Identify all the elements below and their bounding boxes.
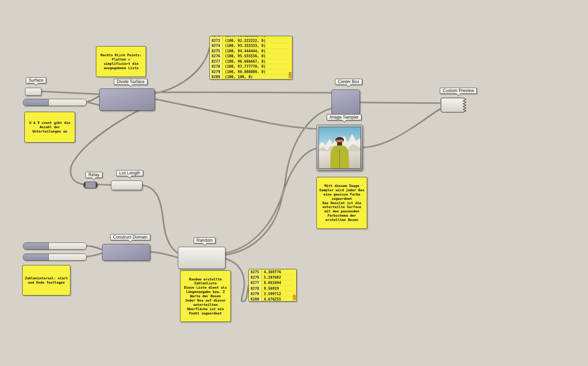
photo-person-goggles (336, 140, 343, 142)
panel-row: 8278 9.56919 (249, 286, 293, 291)
panel-row: 8276 5.287682 (249, 275, 293, 280)
row-value: 5.287682 (262, 275, 281, 279)
row-index: 8280 (249, 297, 262, 302)
relay-label: Relay (86, 172, 102, 178)
panel-scrollbar-thumb[interactable] (293, 295, 296, 300)
row-index: 8277 (210, 59, 223, 64)
row-index: 8277 (249, 280, 262, 285)
panel-row: 8279 (100, 98.888889, 0) (210, 69, 289, 75)
row-value: (100, 97.777778, 0) (223, 64, 266, 68)
values-rows: 8275 4.369776 8276 5.287682 8277 8.66169… (249, 269, 293, 302)
slider-grip[interactable] (23, 243, 49, 249)
photo-person-facemask (337, 142, 342, 145)
panel-row: 8275 4.369776 (249, 269, 293, 275)
row-value: 2.599712 (262, 292, 281, 296)
slider-track[interactable] (49, 243, 86, 249)
panel-row: 8275 (100, 94.444444, 0) (210, 49, 289, 54)
surface-label: Surface (26, 77, 46, 83)
row-index: 8279 (249, 291, 262, 296)
row-index: 8275 (210, 49, 223, 54)
row-index: 8274 (210, 43, 223, 48)
uv-count-slider[interactable] (23, 99, 87, 106)
row-value: 8.661694 (262, 281, 281, 285)
relay-component[interactable] (83, 182, 98, 188)
row-value: (100, 95.555556, 0) (223, 54, 266, 58)
row-index: 8280 (210, 74, 223, 80)
panel-row: 8280 4.676255 (249, 297, 293, 302)
row-value: 4.369776 (262, 270, 281, 274)
row-index: 8279 (210, 69, 223, 74)
row-index: 8278 (249, 286, 262, 291)
values-output-panel[interactable]: 8275 4.369776 8276 5.287682 8277 8.66169… (248, 269, 297, 302)
row-index: 8278 (210, 64, 223, 69)
panel-row: 8274 (100, 93.333333, 0) (210, 43, 289, 49)
domain-start-slider[interactable] (23, 242, 87, 250)
construct-domain-component[interactable] (102, 244, 150, 261)
row-value: (100, 98.888889, 0) (223, 70, 266, 74)
row-value: (100, 91.111111, 0) (223, 36, 266, 37)
row-index: 8276 (249, 275, 262, 280)
panel-row: 8278 (100, 97.777778, 0) (210, 64, 289, 69)
slider-grip[interactable] (23, 254, 49, 260)
row-index: 8276 (210, 54, 223, 59)
note-flatten[interactable]: Rechts KLick Points: Flatten = simplifiz… (96, 46, 146, 77)
panel-row: 8279 2.599712 (249, 291, 293, 297)
divide-surface-component[interactable] (99, 88, 155, 111)
panel-row: 8277 8.661694 (249, 280, 293, 286)
row-value: (100, 94.444444, 0) (223, 49, 266, 53)
points-rows: 8272 (100, 91.111111, 0) 8273 (100, 92.2… (210, 36, 289, 80)
photo-jacket-zipper (339, 149, 340, 168)
custom-preview-label: Custom Preview (440, 88, 477, 94)
random-label: Random (194, 237, 215, 244)
note-interval[interactable]: Zahleninterval: start und Ende festlegen (22, 265, 71, 295)
row-index: 8275 (249, 269, 262, 274)
panel-row: 8276 (100, 95.555556, 0) (210, 54, 289, 59)
slider-track[interactable] (49, 99, 86, 106)
image-sampler-label: Image Sampler (327, 114, 361, 120)
slider-track[interactable] (49, 254, 86, 260)
row-value: (100, 93.333333, 0) (223, 44, 266, 48)
slider-grip[interactable] (23, 99, 49, 106)
row-value: (100, 100, 0) (223, 75, 253, 79)
panel-row: 8277 (100, 96.666667, 0) (210, 59, 289, 64)
note-random-list[interactable]: Random erstellte Zahlenliste Diese Liste… (180, 270, 231, 322)
surface-param[interactable] (25, 88, 42, 96)
panel-row: 8280 (100, 100, 0) (210, 74, 289, 80)
divide-surface-label: Divide Surface (114, 79, 147, 85)
list-length-component[interactable] (111, 180, 142, 190)
custom-preview-component[interactable] (440, 97, 470, 113)
panel-row: 8273 (100, 92.222222, 0) (210, 38, 289, 44)
domain-end-slider[interactable] (23, 254, 87, 261)
points-output-panel[interactable]: 8272 (100, 91.111111, 0) 8273 (100, 92.2… (209, 36, 292, 80)
panel-scrollbar-thumb[interactable] (289, 72, 291, 78)
row-value: 9.56919 (262, 286, 279, 290)
custom-preview-body[interactable] (441, 98, 466, 112)
row-index: 8272 (210, 36, 223, 38)
row-value: 4.676255 (262, 297, 281, 301)
center-box-component[interactable] (331, 90, 360, 115)
random-component[interactable] (178, 247, 225, 269)
note-image-sampler[interactable]: Mitt diesem Image Sampler wird jeder Box… (316, 177, 367, 229)
row-index: 8273 (210, 38, 223, 43)
sampler-photo (319, 127, 361, 169)
list-length-label: List Length (116, 170, 143, 176)
row-value: (100, 96.666667, 0) (223, 59, 266, 63)
grasshopper-canvas[interactable]: 8272 (100, 91.111111, 0) 8273 (100, 92.2… (0, 0, 588, 366)
note-uv-count[interactable]: U & V count gibt die Anzahl der Untertei… (24, 112, 75, 143)
center-box-label: Center Box (335, 79, 362, 85)
construct-domain-label: Construct Domain (110, 234, 150, 240)
row-value: (100, 92.222222, 0) (223, 39, 266, 43)
image-sampler-component[interactable] (316, 125, 363, 171)
